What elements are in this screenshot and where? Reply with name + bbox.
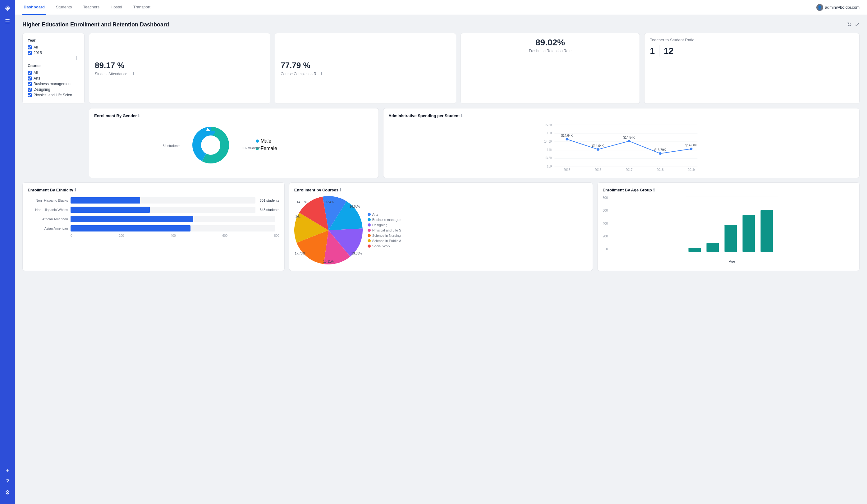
year-checkbox-all[interactable] <box>28 45 32 50</box>
svg-text:$14.64K: $14.64K <box>561 134 573 137</box>
bar-row-hispanic-whites: Non- Hispanic Whites 343 students <box>28 207 279 213</box>
topnav: Dashboard Students Teachers Hostel Trans… <box>15 0 867 15</box>
male-label: 84 students <box>162 144 180 148</box>
age-bars: 17 18 20 19 21 Age <box>610 196 854 263</box>
legend-designing: Designing <box>368 223 402 227</box>
physical-dot <box>368 229 371 232</box>
row-3: Enrollment By Ethnicity ℹ Non- Hispanic … <box>22 182 859 271</box>
filter-card: Year All 2015 Course All Arts Bu <box>22 33 85 104</box>
svg-text:15K: 15K <box>547 131 553 135</box>
svg-point-2 <box>201 136 220 154</box>
age-x-label: Age <box>610 259 854 263</box>
sidebar-help-icon[interactable]: ? <box>6 478 9 485</box>
course-designing[interactable]: Designing <box>28 87 79 92</box>
tab-teachers[interactable]: Teachers <box>82 0 101 15</box>
ratio-values: 1 12 <box>650 45 854 56</box>
business-dot <box>368 218 371 221</box>
legend-arts: Arts <box>368 213 402 216</box>
tab-dashboard[interactable]: Dashboard <box>22 0 46 15</box>
year-filter-all[interactable]: All <box>28 45 79 50</box>
svg-point-16 <box>597 148 599 151</box>
year-filter-list: All 2015 <box>28 45 79 55</box>
bar-fill-4 <box>71 225 191 232</box>
social-dot <box>368 245 371 248</box>
svg-text:14.5K: 14.5K <box>544 140 552 143</box>
completion-info-icon[interactable]: ℹ <box>321 72 322 76</box>
course-all[interactable]: All <box>28 71 79 75</box>
pie-wrap: 10.34% 14.68% 13.03% 15.11% 17.73% 14...… <box>294 196 363 266</box>
legend-nursing: Science in Nursing <box>368 234 402 237</box>
courses-info-icon[interactable]: ℹ <box>340 188 341 192</box>
ethnicity-card: Enrollment By Ethnicity ℹ Non- Hispanic … <box>22 182 285 271</box>
courses-pie-container: 10.34% 14.68% 13.03% 15.11% 17.73% 14...… <box>294 196 588 266</box>
sidebar-add-icon[interactable]: + <box>6 467 9 474</box>
legend-social: Social Work <box>368 244 402 248</box>
svg-text:13.5K: 13.5K <box>544 156 552 160</box>
age-title: Enrollment By Age Group ℹ <box>602 188 854 192</box>
bar-track-4 <box>71 225 275 232</box>
ethnicity-info-icon[interactable]: ℹ <box>75 188 76 192</box>
retention-kpi: 89.02% Freshman Retention Rate <box>461 33 640 104</box>
public-dot <box>368 239 371 243</box>
row-2: Enrollment By Gender ℹ 84 students 1 <box>22 108 859 178</box>
course-physical[interactable]: Physical and Life Scien... <box>28 93 79 97</box>
svg-text:$14.54K: $14.54K <box>623 136 635 139</box>
admin-chart-area: 15.5K 15K 14.5K 14K 13.5K 13K <box>388 122 854 173</box>
course-filter-list: All Arts Business management Designing P… <box>28 71 79 97</box>
bar-value-1: 301 students <box>260 199 279 202</box>
bar-17 <box>689 248 701 252</box>
course-arts[interactable]: Arts <box>28 76 79 81</box>
bar-label-2: Non- Hispanic Whites <box>28 208 68 212</box>
avatar: 👤 <box>816 4 823 11</box>
year-filter-2015[interactable]: 2015 <box>28 51 79 55</box>
courses-legend: Arts Business managen Designing Phy <box>368 213 402 249</box>
tab-transport[interactable]: Transport <box>132 0 152 15</box>
row-1: Year All 2015 Course All Arts Bu <box>22 33 859 104</box>
bar-value-2: 343 students <box>260 208 279 212</box>
age-info-icon[interactable]: ℹ <box>653 188 655 192</box>
designing-dot <box>368 223 371 226</box>
bar-label-4: Asian American <box>28 226 68 230</box>
sidebar-menu-icon[interactable]: ☰ <box>5 18 10 25</box>
pct-physical: 15.11% <box>323 260 334 263</box>
user-info: 👤 admin@boldbi.com <box>816 4 859 11</box>
attendance-info-icon[interactable]: ℹ <box>133 72 134 76</box>
attendance-label: Student Attendance ... ℹ <box>95 72 265 76</box>
main-content: Dashboard Students Teachers Hostel Trans… <box>15 0 867 504</box>
age-y-labels: 800 600 400 200 0 <box>602 196 610 252</box>
admin-line-svg: 15.5K 15K 14.5K 14K 13.5K 13K <box>392 122 851 172</box>
completion-label: Course Completion R... ℹ <box>281 72 450 76</box>
user-email: admin@boldbi.com <box>825 5 859 10</box>
gender-donut-container: 84 students 116 students <box>94 122 374 170</box>
svg-text:2017: 2017 <box>626 168 633 172</box>
bar-fill-3 <box>71 216 193 222</box>
gender-info-icon[interactable]: ℹ <box>138 114 140 118</box>
courses-title: Enrollment by Courses ℹ <box>294 188 588 192</box>
pct-nursing: 17.73% <box>295 252 306 255</box>
svg-point-17 <box>628 140 631 142</box>
bar-track-1 <box>71 197 255 204</box>
course-business[interactable]: Business management <box>28 82 79 86</box>
bar-20 <box>725 225 737 252</box>
admin-info-icon[interactable]: ℹ <box>461 114 462 118</box>
tab-students[interactable]: Students <box>55 0 73 15</box>
bar-label-3: African American <box>28 217 68 221</box>
year-checkbox-2015[interactable] <box>28 51 32 55</box>
svg-text:$13.79K: $13.79K <box>654 148 666 152</box>
admin-spending-card: Administrative Spending per Student ℹ 15… <box>383 108 859 178</box>
bar-18 <box>707 243 719 252</box>
tab-hostel[interactable]: Hostel <box>109 0 124 15</box>
refresh-button[interactable]: ↻ <box>847 21 852 28</box>
gender-chart-title: Enrollment By Gender ℹ <box>94 114 374 118</box>
male-legend-item: Male <box>256 138 277 144</box>
expand-button[interactable]: ⤢ <box>855 21 859 28</box>
sidebar-settings-icon[interactable]: ⚙ <box>5 489 10 496</box>
male-dot <box>256 140 259 143</box>
svg-text:2015: 2015 <box>564 168 571 172</box>
female-label: 116 students <box>241 146 260 150</box>
legend-public: Science in Public A <box>368 239 402 243</box>
ratio-student: 12 <box>664 46 673 56</box>
sidebar-logo: ◈ <box>5 4 10 12</box>
bar-fill-1 <box>71 197 140 204</box>
ethnicity-bars: Non- Hispanic Blacks 301 students Non- H… <box>28 196 279 233</box>
